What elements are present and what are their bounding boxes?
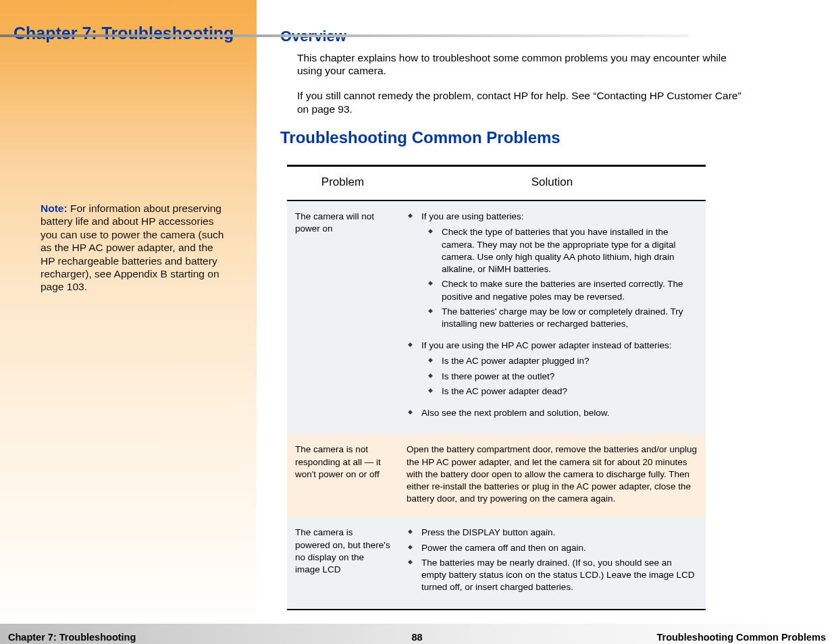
problem-cell: The camera is not responding at all — it… [287, 434, 398, 517]
list-text: If you are using batteries: [421, 211, 524, 221]
list-item: Is there power at the outlet? [427, 371, 698, 383]
list-item: Check the type of batteries that you hav… [427, 226, 698, 275]
solution-list: If you are using batteries: Check the ty… [407, 211, 698, 330]
solution-list: Also see the next problem and solution, … [407, 407, 698, 419]
th-solution: Solution [398, 166, 706, 201]
note-label: Note: [41, 203, 68, 214]
troubleshoot-heading: Troubleshooting Common Problems [280, 128, 753, 148]
footer-left: Chapter 7: Troubleshooting [8, 632, 136, 645]
problem-cell: The camera will not power on [287, 200, 398, 434]
list-item: Also see the next problem and solution, … [407, 407, 698, 419]
list-item: Press the DISPLAY button again. [407, 527, 698, 539]
main-content: Overview This chapter explains how to tr… [257, 0, 834, 624]
note-text: For information about preserving battery… [41, 203, 224, 292]
overview-text: This chapter explains how to troubleshoo… [297, 51, 753, 116]
solution-cell: If you are using batteries: Check the ty… [398, 200, 706, 434]
page-body: Chapter 7: Troubleshooting Note: For inf… [0, 0, 834, 624]
page: Chapter 7: Troubleshooting Note: For inf… [0, 0, 834, 644]
footer-page: 88 [411, 632, 422, 643]
page-footer: Chapter 7: Troubleshooting 88 Troublesho… [0, 624, 834, 645]
note-box: Note: For information about preserving b… [14, 202, 243, 294]
table-row: The camera is powered on, but there's no… [287, 517, 706, 609]
solution-sublist: Check the type of batteries that you hav… [427, 226, 698, 330]
solution-cell: Open the battery compartment door, remov… [398, 434, 706, 517]
table-row: The camera will not power on If you are … [287, 200, 706, 434]
list-item: If you are using batteries: Check the ty… [407, 211, 698, 330]
overview-p2: If you still cannot remedy the problem, … [297, 89, 753, 115]
list-item: Is the AC power adapter dead? [427, 385, 698, 398]
table-header-row: Problem Solution [287, 166, 706, 201]
list-item: The batteries' charge may be low or comp… [427, 306, 698, 330]
problem-cell: The camera is powered on, but there's no… [287, 517, 398, 609]
overview-p1: This chapter explains how to troubleshoo… [297, 51, 753, 78]
chapter-title: Chapter 7: Troubleshooting [14, 14, 243, 50]
solution-list: If you are using the HP AC power adapter… [407, 340, 698, 398]
footer-right: Troubleshooting Common Problems [656, 632, 826, 645]
th-problem: Problem [287, 166, 398, 201]
list-item: Is the AC power adapter plugged in? [427, 355, 698, 367]
list-text: If you are using the HP AC power adapter… [421, 340, 671, 350]
list-item: Power the camera off and then on again. [407, 542, 698, 554]
solution-sublist: Is the AC power adapter plugged in? Is t… [427, 355, 698, 398]
sidebar-inner: Chapter 7: Troubleshooting Note: For inf… [0, 0, 257, 307]
list-item: The batteries may be nearly drained. (If… [407, 557, 698, 594]
solution-list: Press the DISPLAY button again. Power th… [407, 527, 698, 593]
chapter-rule [0, 34, 689, 37]
list-item: Check to make sure the batteries are ins… [427, 278, 698, 302]
trouble-table: Problem Solution The camera will not pow… [287, 165, 706, 610]
table-row: The camera is not responding at all — it… [287, 434, 706, 517]
solution-cell: Press the DISPLAY button again. Power th… [398, 517, 706, 609]
list-item: If you are using the HP AC power adapter… [407, 340, 698, 398]
sidebar: Chapter 7: Troubleshooting Note: For inf… [0, 0, 257, 624]
